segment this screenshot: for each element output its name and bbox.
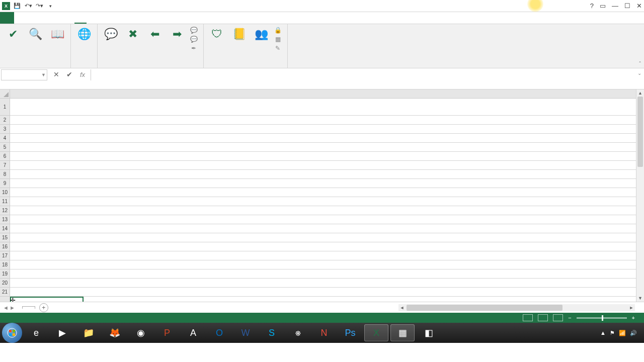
start-button[interactable] [2,323,22,343]
taskbar-app-icon[interactable]: A [181,324,205,341]
tray-up-icon[interactable]: ▲ [600,330,606,336]
tab-file[interactable] [0,12,14,24]
spelling-button[interactable]: ✔ [3,25,23,42]
tray-network-icon[interactable]: 📶 [619,330,626,336]
row-header[interactable]: 8 [0,170,10,179]
tab-view[interactable] [87,12,99,24]
taskbar-word-icon[interactable]: W [233,324,258,341]
taskbar-powerpoint-icon[interactable]: P [155,324,179,341]
taskbar-app5-icon[interactable]: ◧ [417,324,441,341]
row-header[interactable]: 2 [0,116,10,125]
ribbon-display-icon[interactable]: ▭ [600,2,606,10]
protect-workbook-button[interactable]: 📒 [229,25,249,42]
thesaurus-button[interactable]: 📖 [47,25,67,42]
tray-volume-icon[interactable]: 🔊 [630,330,637,336]
tab-review[interactable] [74,12,87,24]
tray-flag-icon[interactable]: ⚑ [610,330,615,336]
row-header[interactable]: 3 [0,125,10,134]
previous-comment-button[interactable]: ⬅ [145,25,165,42]
maximize-icon[interactable]: ☐ [624,2,630,10]
tab-data[interactable] [62,12,74,24]
allow-edit-ranges-button[interactable]: ▦ [273,35,284,43]
row-header[interactable]: 14 [0,224,10,233]
share-workbook-button[interactable]: 👥 [251,25,271,42]
row-header[interactable]: 7 [0,161,10,170]
row-header[interactable]: 15 [0,233,10,242]
row-header[interactable]: 11 [0,197,10,206]
page-break-view-button[interactable] [553,314,563,321]
row-header[interactable]: 13 [0,215,10,224]
new-comment-button[interactable]: 💬 [101,25,121,42]
sheet-nav[interactable]: ◄► [0,305,18,311]
qat-customize-icon[interactable]: ▾ [46,2,54,10]
taskbar-ie-icon[interactable]: e [24,324,48,341]
protect-share-button[interactable]: 🔒 [273,26,284,34]
tab-page-layout[interactable] [38,12,50,24]
expand-formula-bar-icon[interactable]: ⌄ [635,68,644,76]
taskbar-app4-icon[interactable]: ▦ [390,324,415,341]
taskbar-skype-icon[interactable]: S [260,324,284,341]
row-header[interactable]: 12 [0,206,10,215]
undo-icon[interactable]: ↶▾ [24,2,32,10]
row-header[interactable]: 21 [0,288,10,297]
add-sheet-button[interactable]: + [39,303,48,312]
research-button[interactable]: 🔍 [25,25,45,42]
taskbar-excel-icon[interactable]: X [364,324,388,341]
horizontal-scrollbar[interactable]: ◄ ► [398,304,635,311]
taskbar-app3-icon[interactable]: N [312,324,336,341]
collapse-ribbon-icon[interactable]: ˆ [639,61,641,67]
taskbar-explorer-icon[interactable]: 📁 [76,324,101,341]
row-header[interactable]: 10 [0,188,10,197]
zoom-slider[interactable] [577,317,627,319]
taskbar-outlook-icon[interactable]: O [207,324,231,341]
minimize-icon[interactable]: — [612,2,618,10]
next-comment-button[interactable]: ➡ [167,25,187,42]
normal-view-button[interactable] [523,314,533,321]
save-icon[interactable]: 💾 [13,2,21,10]
row-header[interactable]: 9 [0,179,10,188]
row-header[interactable]: 4 [0,134,10,143]
zoom-out-button[interactable]: − [568,315,571,321]
redo-icon[interactable]: ↷▾ [35,2,43,10]
translate-button[interactable]: 🌐 [74,25,94,42]
formula-input[interactable] [91,69,635,80]
enter-edit-icon[interactable]: ✔ [64,69,74,79]
show-hide-comment-button[interactable]: 💬 [189,26,200,34]
taskbar-media-icon[interactable]: ▶ [50,324,74,341]
cells-area[interactable]: ✛ [10,99,644,297]
row-header[interactable]: 17 [0,251,10,260]
row-header[interactable]: 19 [0,269,10,279]
tab-home[interactable] [14,12,26,24]
track-changes-button[interactable]: ✎ [273,44,284,52]
select-all-button[interactable] [0,89,10,99]
taskbar-chrome-icon[interactable]: ◉ [129,324,153,341]
scrollbar-thumb[interactable] [407,305,562,311]
tab-insert[interactable] [26,12,38,24]
row-header[interactable]: 1 [0,99,10,116]
taskbar-firefox-icon[interactable]: 🦊 [103,324,127,341]
active-cell[interactable] [10,297,84,302]
row-header[interactable]: 20 [0,279,10,288]
vertical-scrollbar[interactable]: ▲ ▼ [636,89,644,302]
scroll-up-icon[interactable]: ▲ [636,89,644,97]
close-icon[interactable]: ✕ [636,2,642,10]
row-header[interactable]: 6 [0,152,10,161]
show-ink-button[interactable]: ✒ [189,44,200,52]
show-all-comments-button[interactable]: 💬 [189,35,200,43]
row-header[interactable]: 16 [0,242,10,251]
delete-comment-button[interactable]: ✖ [123,25,143,42]
scroll-left-icon[interactable]: ◄ [398,305,406,310]
protect-sheet-button[interactable]: 🛡 [207,25,227,42]
help-icon[interactable]: ? [590,2,594,10]
taskbar-photoshop-icon[interactable]: Ps [338,324,362,341]
cancel-edit-icon[interactable]: ✕ [51,69,61,79]
tab-formulas[interactable] [50,12,62,24]
sheet-tab[interactable] [22,306,35,309]
scrollbar-thumb[interactable] [637,97,643,167]
chevron-down-icon[interactable]: ▼ [41,72,46,77]
scroll-right-icon[interactable]: ► [628,305,635,310]
fx-icon[interactable]: fx [77,69,88,79]
name-box[interactable]: ▼ [1,69,47,80]
page-layout-view-button[interactable] [538,314,548,321]
row-header[interactable]: 18 [0,260,10,269]
